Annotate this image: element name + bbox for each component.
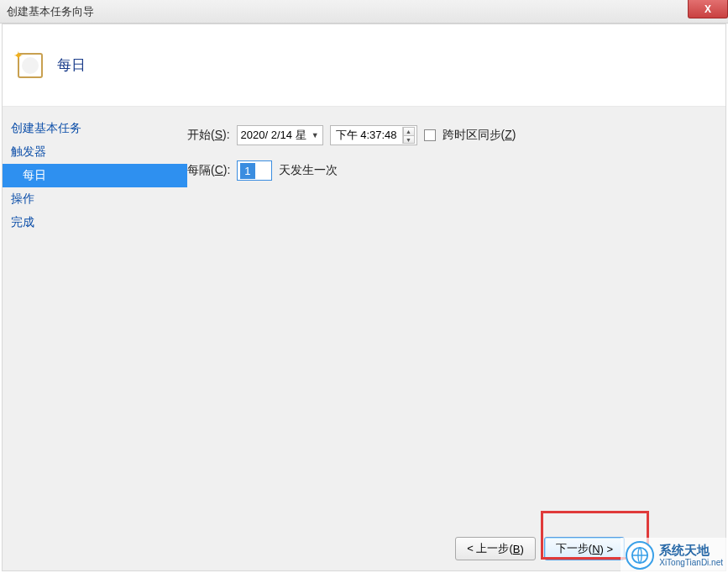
interval-suffix-label: 天发生一次 xyxy=(279,163,338,178)
back-button[interactable]: < 上一步(B) xyxy=(455,537,536,560)
sidebar-item-daily[interactable]: 每日 xyxy=(3,164,187,187)
sync-timezone-label: 跨时区同步(Z) xyxy=(443,128,516,143)
start-date-input[interactable]: 2020/ 2/14 星 ▼ xyxy=(237,125,323,145)
watermark-text: 系统天地 XiTongTianDi.net xyxy=(659,544,723,567)
chevron-down-icon: ▼ xyxy=(312,131,319,139)
start-label: 开始(S): xyxy=(187,128,230,143)
interval-row: 每隔(C): 1 天发生一次 xyxy=(187,160,725,181)
start-time-input[interactable]: 下午 4:37:48 ▲ ▼ xyxy=(330,125,417,145)
title-bar: 创建基本任务向导 X xyxy=(0,0,728,24)
sidebar-item-create-basic-task[interactable]: 创建基本任务 xyxy=(3,117,187,140)
globe-icon xyxy=(626,541,654,570)
interval-label: 每隔(C): xyxy=(187,163,230,178)
wizard-body: 创建基本任务 触发器 每日 操作 完成 开始(S): 2020/ 2/14 星 … xyxy=(3,107,725,570)
start-row: 开始(S): 2020/ 2/14 星 ▼ 下午 4:37:48 ▲ ▼ 跨时区… xyxy=(187,125,725,145)
task-scheduler-icon: ✦ xyxy=(15,50,45,81)
sidebar-item-trigger[interactable]: 触发器 xyxy=(3,140,187,164)
sidebar-item-finish[interactable]: 完成 xyxy=(3,211,187,234)
start-date-value: 2020/ 2/14 星 xyxy=(241,128,306,143)
watermark: 系统天地 XiTongTianDi.net xyxy=(621,538,728,573)
page-title: 每日 xyxy=(57,55,86,75)
interval-value: 1 xyxy=(240,163,254,179)
time-spinner[interactable]: ▲ ▼ xyxy=(402,127,415,144)
sidebar-item-action[interactable]: 操作 xyxy=(3,187,187,211)
close-icon: X xyxy=(704,3,711,15)
watermark-cn: 系统天地 xyxy=(659,544,723,558)
next-button[interactable]: 下一步(N) > xyxy=(544,537,625,560)
interval-days-input[interactable]: 1 xyxy=(237,160,272,181)
wizard-header: ✦ 每日 xyxy=(3,24,725,107)
wizard-content: ✦ 每日 创建基本任务 触发器 每日 操作 完成 开始(S): 2020/ 2/… xyxy=(2,24,726,571)
watermark-en: XiTongTianDi.net xyxy=(659,558,723,567)
wizard-steps-sidebar: 创建基本任务 触发器 每日 操作 完成 xyxy=(3,107,187,570)
close-button[interactable]: X xyxy=(688,0,728,18)
form-area: 开始(S): 2020/ 2/14 星 ▼ 下午 4:37:48 ▲ ▼ 跨时区… xyxy=(187,107,725,570)
window-title: 创建基本任务向导 xyxy=(7,4,94,19)
start-time-value: 下午 4:37:48 xyxy=(336,128,397,143)
spinner-up-icon[interactable]: ▲ xyxy=(403,127,415,135)
spinner-down-icon[interactable]: ▼ xyxy=(403,135,415,144)
sync-timezone-checkbox[interactable] xyxy=(424,129,436,141)
